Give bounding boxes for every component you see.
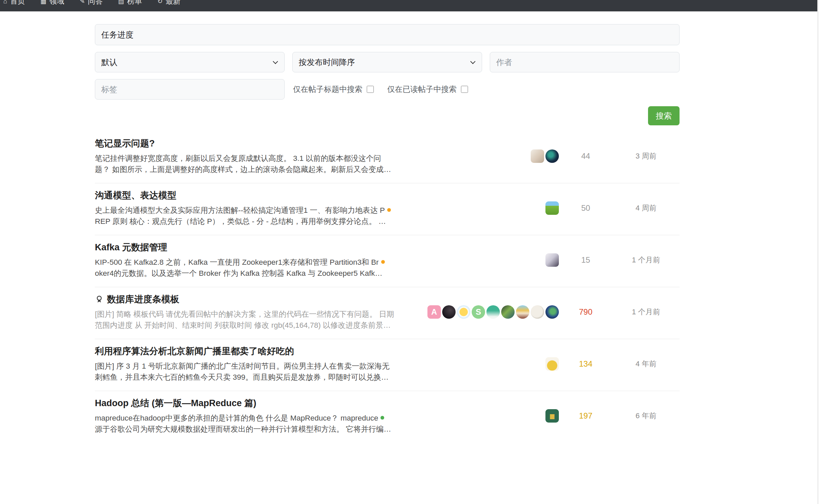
avatar-letter: A (431, 308, 437, 316)
avatar-letter: S (476, 308, 481, 316)
anime-avatar[interactable] (545, 253, 559, 267)
category-select[interactable]: 默认 (95, 52, 285, 72)
search-results-list: 笔记显示问题? 笔记挂件调整好宽度高度，刷新以后又会复原成默认高度。 3.1 以… (95, 131, 680, 443)
reply-count: 50 (559, 203, 612, 213)
reply-count: 790 (559, 307, 612, 317)
title-only-checkbox[interactable] (367, 86, 374, 93)
result-title[interactable]: 笔记显示问题? (95, 137, 411, 149)
night-avatar[interactable] (442, 305, 456, 319)
result-date: 4 年前 (612, 359, 680, 369)
landscape-avatar[interactable] (501, 305, 515, 319)
scrollbar-track[interactable] (817, 0, 819, 504)
checkbox-area: 仅在帖子标题中搜索 仅在已读帖子中搜索 (293, 84, 468, 94)
result-title[interactable]: Kafka 元数据管理 (95, 241, 411, 253)
result-main: 笔记显示问题? 笔记挂件调整好宽度高度，刷新以后又会复原成默认高度。 3.1 以… (95, 137, 414, 175)
top-navbar: ⌂ 首页 ▦ 领域 ✎ 问答 ▤ 榜单 ↻ 最新 (0, 0, 819, 11)
letter-s-avatar[interactable]: S (472, 305, 485, 319)
result-date: 1 个月前 (612, 255, 680, 265)
letter-a-avatar[interactable]: A (427, 305, 441, 319)
result-title[interactable]: 沟通模型、表达模型 (95, 189, 411, 201)
avatar-group (414, 149, 559, 163)
avatar-group (414, 357, 559, 371)
search-result-row: Hadoop 总结 (第一版—MapReduce 篇) mapreduce在ha… (95, 391, 680, 443)
result-date: 3 周前 (612, 151, 680, 161)
search-query-input[interactable] (95, 24, 680, 45)
filters-row: 默认 按发布时间降序 (95, 52, 680, 72)
avatar-group (414, 253, 559, 267)
search-result-row: 利用程序算法分析北京新闻广播里都卖了啥好吃的 [图片] 序 3 月 1 号听北京… (95, 339, 680, 391)
grass-sky-avatar[interactable] (545, 201, 559, 215)
result-main: 沟通模型、表达模型 史上最全沟通模型大全及实际应用方法图解--轻松搞定沟通管理1… (95, 189, 414, 227)
search-page: 默认 按发布时间降序 仅在帖子标题中搜索 仅在已读帖子中搜索 (95, 24, 680, 443)
result-title[interactable]: 数据库进度条模板 (95, 293, 411, 305)
yellow-duck-avatar[interactable] (545, 357, 559, 371)
nav-item-qa[interactable]: ✎ 问答 (79, 0, 103, 6)
result-title[interactable]: Hadoop 总结 (第一版—MapReduce 篇) (95, 397, 411, 409)
medal-icon (95, 295, 104, 304)
tag-input[interactable] (95, 79, 285, 100)
reply-count: 197 (559, 411, 612, 421)
pencil-icon: ✎ (79, 0, 85, 6)
result-meta: AS 790 1 个月前 (414, 305, 680, 319)
result-date: 4 周前 (612, 203, 680, 213)
duck-face-avatar[interactable] (486, 305, 500, 319)
result-title[interactable]: 利用程序算法分析北京新闻广播里都卖了啥好吃的 (95, 345, 411, 357)
search-button-row: 搜索 (95, 106, 680, 125)
tag-field (95, 79, 285, 100)
author-field (490, 52, 680, 72)
avatar-group (414, 201, 559, 215)
refresh-icon: ↻ (157, 0, 163, 6)
green-stamp-avatar[interactable]: ▆ (545, 409, 559, 423)
unread-dot (381, 260, 385, 264)
read-only-label: 仅在已读帖子中搜索 (387, 84, 457, 94)
nav-label: 首页 (10, 0, 25, 6)
portrait-avatar[interactable] (531, 149, 544, 163)
nav-item-latest[interactable]: ↻ 最新 (157, 0, 180, 6)
result-meta: 44 3 周前 (414, 149, 680, 163)
result-excerpt: 笔记挂件调整好宽度高度，刷新以后又会复原成默认高度。 3.1 以前的版本都没这个… (95, 153, 411, 175)
result-meta: 50 4 周前 (414, 201, 680, 215)
sort-select[interactable]: 按发布时间降序 (292, 52, 482, 72)
search-button[interactable]: 搜索 (648, 106, 680, 125)
reply-count: 134 (559, 359, 612, 369)
nav-label: 领域 (49, 0, 64, 6)
list-icon: ▤ (118, 0, 124, 6)
search-result-row: 数据库进度条模板 [图片] 简略 模板代码 请优先看回帖中的解决方案，这里的代码… (95, 287, 680, 339)
nav-item-home[interactable]: ⌂ 首页 (3, 0, 25, 6)
result-excerpt: 史上最全沟通模型大全及实际应用方法图解--轻松搞定沟通管理1 一、有影响力地表达… (95, 205, 411, 227)
owl-avatar[interactable] (531, 305, 544, 319)
category-select-field: 默认 (95, 52, 285, 72)
result-meta: ▆ 197 6 年前 (414, 409, 680, 423)
straw-hat-avatar[interactable] (516, 305, 529, 319)
result-main: Hadoop 总结 (第一版—MapReduce 篇) mapreduce在ha… (95, 397, 414, 435)
result-title-text: Hadoop 总结 (第一版—MapReduce 篇) (95, 397, 256, 409)
avatar-group: ▆ (414, 409, 559, 423)
result-meta: 134 4 年前 (414, 357, 680, 371)
unread-dot (387, 208, 391, 212)
green-character-avatar[interactable] (545, 305, 559, 319)
result-excerpt: KIP-500 在 Kafka2.8 之前，Kafka 一直使用 Zookeep… (95, 257, 411, 279)
result-date: 1 个月前 (612, 307, 680, 317)
search-result-row: 沟通模型、表达模型 史上最全沟通模型大全及实际应用方法图解--轻松搞定沟通管理1… (95, 183, 680, 235)
dark-art-avatar[interactable] (545, 149, 559, 163)
avatar-group: AS (414, 305, 559, 319)
sun-avatar[interactable] (457, 305, 470, 319)
nav-item-leaderboard[interactable]: ▤ 榜单 (118, 0, 142, 6)
home-icon: ⌂ (3, 0, 7, 6)
title-only-label: 仅在帖子标题中搜索 (293, 84, 362, 94)
nav-item-domains[interactable]: ▦ 领域 (40, 0, 64, 6)
result-title-text: 利用程序算法分析北京新闻广播里都卖了啥好吃的 (95, 345, 294, 357)
result-title-text: 数据库进度条模板 (107, 293, 179, 305)
tags-row: 仅在帖子标题中搜索 仅在已读帖子中搜索 (95, 79, 680, 100)
result-excerpt: [图片] 序 3 月 1 号听北京新闻广播的北广生活时间节目。两位男主持人在售卖… (95, 361, 411, 383)
result-title-text: 笔记显示问题? (95, 137, 155, 149)
result-title-text: Kafka 元数据管理 (95, 241, 167, 253)
reply-count: 15 (559, 255, 612, 265)
unread-dot (381, 416, 384, 420)
read-only-checkbox[interactable] (461, 86, 468, 93)
result-main: Kafka 元数据管理 KIP-500 在 Kafka2.8 之前，Kafka … (95, 241, 414, 279)
result-main: 利用程序算法分析北京新闻广播里都卖了啥好吃的 [图片] 序 3 月 1 号听北京… (95, 345, 414, 383)
author-input[interactable] (490, 52, 680, 72)
nav-label: 榜单 (127, 0, 142, 6)
result-meta: 15 1 个月前 (414, 253, 680, 267)
